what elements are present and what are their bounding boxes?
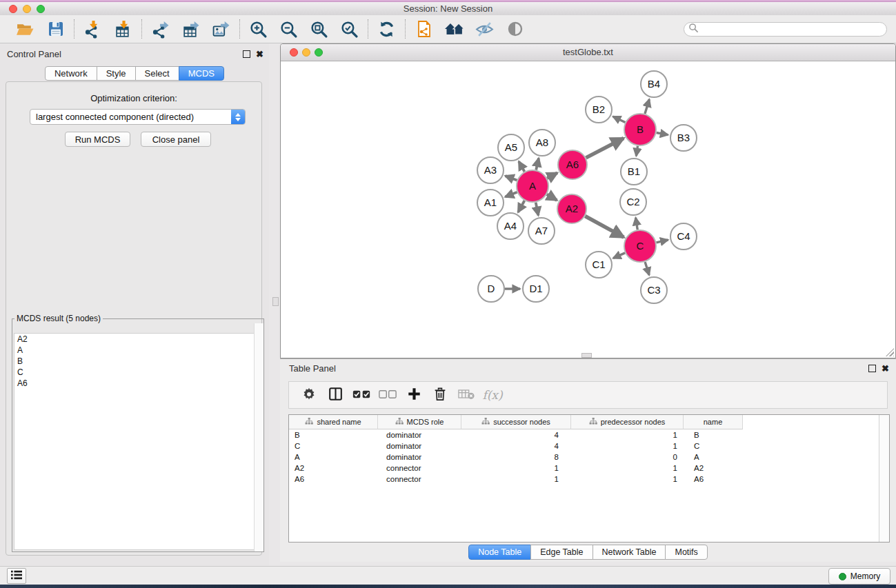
- mcds-result-item[interactable]: C: [14, 367, 261, 378]
- export-network-button[interactable]: [150, 19, 171, 40]
- zoom-out-button[interactable]: [278, 19, 299, 40]
- add-column-button[interactable]: [401, 382, 427, 408]
- horizontal-splitter-grip[interactable]: [581, 353, 592, 358]
- copy-network-button[interactable]: [413, 19, 435, 40]
- edge-A2-C: [585, 216, 624, 238]
- column-header-shared-name[interactable]: shared name: [289, 415, 378, 429]
- vertical-splitter-grip[interactable]: [272, 297, 279, 306]
- edge-A-A4: [518, 201, 524, 212]
- refresh-button[interactable]: [376, 19, 397, 40]
- export-table-button[interactable]: [180, 19, 201, 40]
- network-graph[interactable]: AA6A2BCA1A3A4A5A7A8B1B2B3B4C1C2C3C4DD1: [281, 61, 895, 358]
- tab-network[interactable]: Network: [45, 66, 97, 81]
- control-panel-title: Control Panel: [7, 49, 61, 59]
- table-row[interactable]: Adominator80A: [289, 452, 889, 463]
- node-table: shared nameMCDS rolesuccessor nodesprede…: [288, 414, 890, 543]
- attribute-type-icon: [395, 418, 404, 426]
- tab-network-table[interactable]: Network Table: [593, 545, 666, 560]
- mcds-result-item[interactable]: A: [14, 345, 261, 356]
- search-input[interactable]: [699, 23, 886, 35]
- delete-column-button[interactable]: [427, 382, 453, 408]
- float-panel-icon[interactable]: [243, 50, 250, 58]
- run-mcds-button[interactable]: Run MCDS: [65, 132, 130, 147]
- tab-edge-table[interactable]: Edge Table: [530, 545, 593, 560]
- select-all-button[interactable]: [348, 382, 375, 408]
- copy-network-icon: [415, 20, 433, 38]
- control-panel: Control Panel ✖ NetworkStyleSelectMCDS O…: [0, 43, 269, 565]
- close-panel-button[interactable]: Close panel: [141, 132, 211, 147]
- column-header-name[interactable]: name: [684, 415, 743, 429]
- column-label: shared name: [317, 418, 361, 426]
- table-row[interactable]: A2connector11A2: [289, 463, 889, 474]
- optimization-criterion-label: Optimization criterion:: [6, 93, 261, 103]
- edge-A-A1: [505, 192, 517, 197]
- node-label: C1: [592, 258, 605, 270]
- import-network-button[interactable]: [82, 19, 103, 40]
- node-label: A: [529, 180, 536, 192]
- zoom-selected-button[interactable]: [339, 19, 360, 40]
- delete-table-icon: [458, 388, 475, 402]
- task-history-button[interactable]: [7, 568, 26, 584]
- network-canvas[interactable]: AA6A2BCA1A3A4A5A7A8B1B2B3B4C1C2C3C4DD1: [281, 61, 895, 358]
- import-table-button[interactable]: [112, 19, 134, 40]
- tab-motifs[interactable]: Motifs: [665, 545, 707, 560]
- criterion-dropdown[interactable]: largest connected component (directed): [30, 109, 246, 125]
- zoom-in-button[interactable]: [248, 19, 269, 40]
- float-table-panel-icon[interactable]: [868, 365, 876, 372]
- open-session-button[interactable]: [14, 19, 36, 40]
- mcds-result-item[interactable]: A2: [14, 334, 261, 345]
- node-label: B4: [648, 78, 660, 90]
- unselect-all-button[interactable]: [375, 382, 401, 408]
- table-row[interactable]: A6connector11A6: [289, 474, 889, 485]
- close-panel-icon[interactable]: ✖: [256, 50, 263, 59]
- split-panel-button[interactable]: [322, 382, 348, 408]
- tab-node-table[interactable]: Node Table: [468, 545, 531, 560]
- network-window-titlebar[interactable]: testGlobe.txt: [281, 44, 895, 61]
- node-label: A7: [535, 225, 548, 236]
- table-cell: 0: [571, 453, 684, 461]
- mcds-result-list[interactable]: A2ABCA6: [14, 333, 262, 550]
- tab-mcds[interactable]: MCDS: [179, 66, 224, 81]
- settings-button[interactable]: [296, 382, 322, 408]
- table-row[interactable]: Bdominator41B: [289, 429, 889, 440]
- edge-B-B4: [645, 99, 649, 114]
- table-scrollbar[interactable]: [879, 415, 889, 542]
- table-row[interactable]: Cdominator41C: [289, 440, 889, 452]
- mcds-pane: Optimization criterion: largest connecte…: [6, 81, 262, 556]
- node-label: C4: [677, 230, 690, 242]
- table-cell: A: [684, 453, 743, 461]
- column-label: predecessor nodes: [601, 418, 666, 426]
- table-panel-title: Table Panel: [289, 363, 336, 374]
- mcds-result-item[interactable]: B: [14, 356, 261, 367]
- window-title: Session: New Session: [0, 3, 896, 14]
- tab-select[interactable]: Select: [135, 66, 179, 81]
- memory-button[interactable]: Memory: [828, 568, 890, 585]
- column-header-successor-nodes[interactable]: successor nodes: [461, 415, 571, 429]
- tab-style[interactable]: Style: [97, 66, 136, 81]
- home-button[interactable]: [444, 19, 465, 40]
- column-label: successor nodes: [493, 418, 550, 426]
- show-graphics-details-button[interactable]: [504, 19, 526, 40]
- export-image-button[interactable]: [210, 19, 232, 40]
- table-panel-header: Table Panel ✖: [289, 363, 889, 374]
- attribute-type-icon: [305, 418, 313, 426]
- zoom-fit-button[interactable]: [308, 19, 330, 40]
- save-session-button[interactable]: [45, 19, 66, 40]
- dropdown-stepper-icon[interactable]: [231, 110, 245, 124]
- desktop-background-strip: [0, 585, 896, 588]
- column-label: MCDS role: [407, 418, 444, 426]
- edge-B-B2: [613, 116, 626, 123]
- gear-icon: [302, 387, 316, 403]
- table-cell: A6: [684, 475, 743, 483]
- show-graphics-icon: [506, 20, 524, 38]
- column-header-predecessor-nodes[interactable]: predecessor nodes: [571, 415, 684, 429]
- function-builder-button: f(x): [479, 382, 506, 408]
- network-view-window: testGlobe.txt AA6A2BCA1A3A4A5A7A8B1B2B3B…: [280, 43, 896, 358]
- mcds-result-item[interactable]: A6: [14, 378, 261, 389]
- search-field[interactable]: [684, 22, 887, 37]
- toolbar-group: [74, 19, 141, 40]
- close-table-panel-icon[interactable]: ✖: [882, 364, 889, 373]
- hide-graphics-details-button[interactable]: [474, 19, 495, 40]
- column-header-MCDS-role[interactable]: MCDS role: [378, 415, 461, 429]
- result-scrollbar[interactable]: [254, 323, 263, 551]
